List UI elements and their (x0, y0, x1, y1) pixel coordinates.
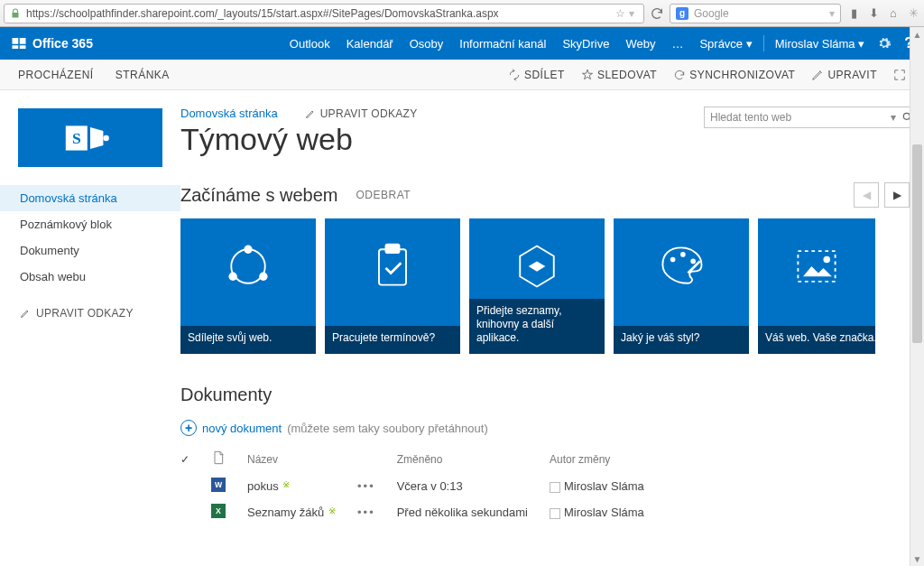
bookmark-star-icon[interactable]: ☆ (615, 7, 625, 20)
documents-table: ✓ Název Změněno Autor změny W pokus ※ ••… (180, 447, 666, 525)
clipboard-icon (365, 239, 420, 293)
gear-icon[interactable] (877, 36, 892, 51)
sharepoint-icon: S (59, 120, 122, 156)
reload-icon[interactable] (650, 6, 664, 21)
file-author[interactable]: Miroslav Sláma (564, 479, 644, 493)
new-document-link[interactable]: nový dokument (202, 422, 282, 435)
browser-toolbar: https://schoolpathfinder.sharepoint.com/… (0, 0, 924, 27)
svg-point-9 (244, 245, 252, 253)
suite-user-area: Miroslav Sláma ▾ ? (763, 35, 913, 51)
svg-text:S: S (72, 128, 81, 146)
url-bar[interactable]: https://schoolpathfinder.sharepoint.com/… (4, 4, 644, 23)
nav-documents[interactable]: Dokumenty (0, 237, 180, 264)
file-name[interactable]: pokus (247, 479, 279, 493)
svg-rect-1 (20, 38, 26, 44)
tile-add-apps[interactable]: Přidejte seznamy, knihovny a další aplik… (469, 218, 605, 354)
lock-icon (10, 8, 21, 19)
item-menu[interactable]: ••• (357, 506, 375, 519)
svg-point-16 (690, 258, 696, 264)
tile-style[interactable]: Jaký je váš styl? (614, 218, 749, 354)
tile-brand[interactable]: Váš web. Vaše značka. (758, 218, 875, 354)
svg-text:W: W (215, 480, 223, 489)
documents-heading: Dokumenty (180, 385, 913, 405)
nav-calendar[interactable]: Kalendář (346, 37, 393, 51)
tile-prev[interactable]: ◀ (854, 182, 879, 208)
item-menu[interactable]: ••• (357, 479, 375, 493)
nav-people[interactable]: Osoby (410, 37, 444, 51)
scroll-down-icon[interactable]: ▼ (910, 552, 924, 561)
action-edit[interactable]: UPRAVIT (811, 69, 877, 81)
google-icon: g (676, 7, 688, 20)
edit-links-top[interactable]: UPRAVIT ODKAZY (305, 107, 418, 120)
chevron-down-icon[interactable]: ▾ (891, 111, 896, 124)
home-icon[interactable]: ⌂ (886, 6, 901, 21)
getting-started-heading: Začínáme s webem (180, 185, 338, 206)
col-modified[interactable]: Změněno (397, 447, 550, 473)
hexagon-icon (510, 239, 564, 293)
scroll-up-icon[interactable]: ▲ (910, 27, 924, 42)
svg-rect-13 (386, 244, 400, 252)
action-sync[interactable]: SYNCHRONIZOVAT (673, 69, 795, 81)
new-badge: ※ (281, 479, 291, 489)
svg-point-14 (670, 256, 676, 262)
nav-notebook[interactable]: Poznámkový blok (0, 211, 180, 237)
nav-site-contents[interactable]: Obsah webu (0, 264, 180, 290)
table-row[interactable]: W pokus ※ ••• Včera v 0:13 Miroslav Slám… (180, 473, 666, 499)
office-logo[interactable]: Office 365 (11, 35, 93, 51)
extension-icon[interactable]: ✳ (906, 6, 920, 21)
breadcrumb-home[interactable]: Domovská stránka (180, 107, 278, 120)
nav-admin[interactable]: Správce ▾ (699, 37, 752, 51)
svg-rect-2 (13, 45, 19, 49)
action-follow[interactable]: SLEDOVAT (581, 69, 657, 81)
nav-more[interactable]: … (671, 37, 683, 51)
quick-launch: Domovská stránka Poznámkový blok Dokumen… (0, 185, 180, 326)
tile-deadline[interactable]: Pracujete termínově? (325, 218, 460, 354)
split-icon[interactable]: ▮ (846, 6, 861, 21)
search-placeholder: Google (694, 7, 729, 20)
site-search-placeholder: Hledat tento web (710, 111, 791, 124)
remove-getting-started[interactable]: ODEBRAT (356, 189, 411, 201)
scrollbar[interactable]: ▲ ▼ (910, 27, 924, 561)
col-name[interactable]: Název (247, 447, 357, 473)
action-focus[interactable] (893, 69, 906, 81)
file-icon (211, 450, 226, 465)
col-type-icon[interactable] (211, 447, 247, 473)
nav-edit-links[interactable]: UPRAVIT ODKAZY (0, 301, 180, 326)
nav-skydrive[interactable]: SkyDrive (562, 37, 609, 51)
nav-newsfeed[interactable]: Informační kanál (459, 37, 546, 51)
user-menu[interactable]: Miroslav Sláma ▾ (775, 37, 864, 51)
presence-icon (550, 482, 560, 493)
svg-rect-3 (20, 45, 26, 49)
col-check[interactable]: ✓ (180, 447, 211, 473)
tile-pager: ◀ ▶ (854, 182, 910, 208)
browser-search[interactable]: g Google ▾ (670, 4, 841, 23)
site-logo[interactable]: S (18, 108, 162, 167)
tile-brand-caption: Váš web. Vaše značka. (758, 326, 875, 354)
scroll-thumb[interactable] (912, 144, 922, 343)
plus-icon[interactable]: + (180, 420, 197, 436)
tile-style-caption: Jaký je váš styl? (614, 326, 749, 354)
table-row[interactable]: X Seznamy žáků ※ ••• Před několika sekun… (180, 499, 666, 525)
file-name[interactable]: Seznamy žáků (247, 506, 324, 519)
svg-point-10 (228, 272, 236, 280)
tab-page[interactable]: STRÁNKA (116, 69, 170, 81)
left-column: S Domovská stránka Poznámkový blok Dokum… (0, 90, 180, 561)
col-modified-by[interactable]: Autor změny (550, 447, 666, 473)
svg-text:X: X (216, 506, 221, 515)
tile-next[interactable]: ▶ (884, 182, 910, 208)
tile-share[interactable]: Sdílejte svůj web. (180, 218, 316, 354)
action-share[interactable]: SDÍLET (508, 69, 565, 81)
nav-home[interactable]: Domovská stránka (0, 185, 180, 211)
office-icon (11, 35, 27, 51)
svg-point-15 (680, 252, 686, 257)
nav-sites[interactable]: Weby (625, 37, 655, 51)
site-search[interactable]: Hledat tento web ▾ (704, 107, 920, 128)
tab-browse[interactable]: PROCHÁZENÍ (18, 69, 94, 81)
file-author[interactable]: Miroslav Sláma (564, 506, 644, 519)
new-badge: ※ (326, 506, 336, 515)
download-icon[interactable]: ⬇ (866, 6, 881, 21)
new-document-row: + nový dokument (můžete sem taky soubory… (180, 420, 913, 436)
getting-started-header: Začínáme s webem ODEBRAT ◀ ▶ (180, 182, 913, 208)
presence-icon (550, 508, 560, 519)
nav-outlook[interactable]: Outlook (290, 37, 330, 51)
